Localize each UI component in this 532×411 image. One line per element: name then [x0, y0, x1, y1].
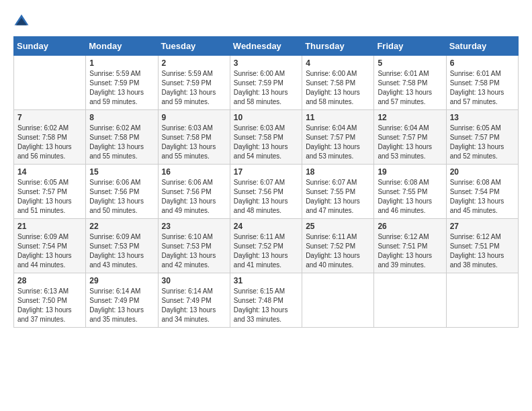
- day-number: 8: [89, 113, 154, 122]
- calendar-cell: [14, 56, 86, 110]
- day-info: Sunrise: 6:07 AMSunset: 7:56 PMDaylight:…: [234, 178, 298, 216]
- day-info: Sunrise: 6:11 AMSunset: 7:52 PMDaylight:…: [234, 232, 298, 270]
- day-number: 7: [17, 113, 82, 122]
- day-info: Sunrise: 5:59 AMSunset: 7:59 PMDaylight:…: [162, 69, 226, 107]
- day-number: 11: [306, 113, 370, 122]
- day-number: 25: [306, 222, 370, 231]
- week-row-3: 14 Sunrise: 6:05 AMSunset: 7:57 PMDaylig…: [14, 165, 519, 219]
- calendar-cell: 30 Sunrise: 6:14 AMSunset: 7:49 PMDaylig…: [158, 273, 230, 328]
- calendar-cell: 16 Sunrise: 6:06 AMSunset: 7:56 PMDaylig…: [158, 165, 230, 219]
- calendar-cell: 21 Sunrise: 6:09 AMSunset: 7:54 PMDaylig…: [14, 219, 86, 273]
- week-row-5: 28 Sunrise: 6:13 AMSunset: 7:50 PMDaylig…: [14, 273, 519, 328]
- calendar-cell: 18 Sunrise: 6:07 AMSunset: 7:55 PMDaylig…: [302, 165, 374, 219]
- day-number: 27: [450, 222, 515, 231]
- day-info: Sunrise: 6:14 AMSunset: 7:49 PMDaylight:…: [89, 287, 154, 324]
- calendar-cell: 20 Sunrise: 6:08 AMSunset: 7:54 PMDaylig…: [446, 165, 518, 219]
- calendar-cell: 8 Sunrise: 6:02 AMSunset: 7:58 PMDayligh…: [86, 110, 158, 165]
- calendar-cell: 15 Sunrise: 6:06 AMSunset: 7:56 PMDaylig…: [86, 165, 158, 219]
- day-number: 15: [89, 167, 154, 177]
- calendar-cell: [446, 273, 518, 328]
- calendar-cell: 23 Sunrise: 6:10 AMSunset: 7:53 PMDaylig…: [158, 219, 230, 273]
- weekday-header-row: SundayMondayTuesdayWednesdayThursdayFrid…: [14, 37, 519, 56]
- day-info: Sunrise: 6:12 AMSunset: 7:51 PMDaylight:…: [378, 232, 442, 270]
- day-number: 1: [89, 58, 154, 68]
- calendar-cell: 2 Sunrise: 5:59 AMSunset: 7:59 PMDayligh…: [158, 56, 230, 110]
- day-number: 22: [89, 222, 154, 231]
- day-number: 29: [89, 276, 154, 285]
- calendar-cell: 29 Sunrise: 6:14 AMSunset: 7:49 PMDaylig…: [86, 273, 158, 328]
- day-number: 17: [234, 167, 298, 177]
- calendar-cell: 11 Sunrise: 6:04 AMSunset: 7:57 PMDaylig…: [302, 110, 374, 165]
- header-sunday: Sunday: [14, 37, 86, 56]
- calendar-cell: 28 Sunrise: 6:13 AMSunset: 7:50 PMDaylig…: [14, 273, 86, 328]
- calendar-cell: 19 Sunrise: 6:08 AMSunset: 7:55 PMDaylig…: [374, 165, 446, 219]
- calendar-cell: 10 Sunrise: 6:03 AMSunset: 7:58 PMDaylig…: [230, 110, 302, 165]
- calendar-cell: 26 Sunrise: 6:12 AMSunset: 7:51 PMDaylig…: [374, 219, 446, 273]
- day-number: 19: [378, 167, 442, 177]
- calendar-cell: 24 Sunrise: 6:11 AMSunset: 7:52 PMDaylig…: [230, 219, 302, 273]
- calendar-cell: 31 Sunrise: 6:15 AMSunset: 7:48 PMDaylig…: [230, 273, 302, 328]
- day-number: 13: [450, 113, 515, 122]
- day-info: Sunrise: 6:02 AMSunset: 7:58 PMDaylight:…: [17, 124, 82, 161]
- day-info: Sunrise: 6:08 AMSunset: 7:55 PMDaylight:…: [378, 178, 442, 216]
- day-info: Sunrise: 6:15 AMSunset: 7:48 PMDaylight:…: [234, 287, 298, 324]
- calendar-cell: 9 Sunrise: 6:03 AMSunset: 7:58 PMDayligh…: [158, 110, 230, 165]
- day-info: Sunrise: 6:09 AMSunset: 7:53 PMDaylight:…: [89, 232, 154, 270]
- day-number: 2: [162, 58, 226, 68]
- calendar-table: SundayMondayTuesdayWednesdayThursdayFrid…: [13, 36, 519, 328]
- day-number: 30: [162, 276, 226, 285]
- calendar-cell: 6 Sunrise: 6:01 AMSunset: 7:58 PMDayligh…: [446, 56, 518, 110]
- header-saturday: Saturday: [446, 37, 518, 56]
- calendar-cell: 25 Sunrise: 6:11 AMSunset: 7:52 PMDaylig…: [302, 219, 374, 273]
- day-info: Sunrise: 6:07 AMSunset: 7:55 PMDaylight:…: [306, 178, 370, 216]
- day-info: Sunrise: 6:04 AMSunset: 7:57 PMDaylight:…: [306, 124, 370, 161]
- header-friday: Friday: [374, 37, 446, 56]
- day-number: 3: [234, 58, 298, 68]
- day-info: Sunrise: 6:14 AMSunset: 7:49 PMDaylight:…: [162, 287, 226, 324]
- calendar-cell: 4 Sunrise: 6:00 AMSunset: 7:58 PMDayligh…: [302, 56, 374, 110]
- calendar-cell: [302, 273, 374, 328]
- day-info: Sunrise: 6:12 AMSunset: 7:51 PMDaylight:…: [450, 232, 515, 270]
- day-info: Sunrise: 6:00 AMSunset: 7:58 PMDaylight:…: [306, 69, 370, 107]
- calendar-cell: 1 Sunrise: 5:59 AMSunset: 7:59 PMDayligh…: [86, 56, 158, 110]
- day-info: Sunrise: 6:04 AMSunset: 7:57 PMDaylight:…: [378, 124, 442, 161]
- day-info: Sunrise: 6:11 AMSunset: 7:52 PMDaylight:…: [306, 232, 370, 270]
- day-info: Sunrise: 6:03 AMSunset: 7:58 PMDaylight:…: [234, 124, 298, 161]
- calendar-cell: 14 Sunrise: 6:05 AMSunset: 7:57 PMDaylig…: [14, 165, 86, 219]
- day-number: 12: [378, 113, 442, 122]
- day-info: Sunrise: 6:10 AMSunset: 7:53 PMDaylight:…: [162, 232, 226, 270]
- calendar-cell: 3 Sunrise: 6:00 AMSunset: 7:59 PMDayligh…: [230, 56, 302, 110]
- calendar-cell: 22 Sunrise: 6:09 AMSunset: 7:53 PMDaylig…: [86, 219, 158, 273]
- page-header: [13, 13, 519, 30]
- day-number: 21: [17, 222, 82, 231]
- header-thursday: Thursday: [302, 37, 374, 56]
- calendar-cell: [374, 273, 446, 328]
- logo-icon: [13, 13, 30, 30]
- day-number: 4: [306, 58, 370, 68]
- day-number: 28: [17, 276, 82, 285]
- header-monday: Monday: [86, 37, 158, 56]
- calendar-cell: 17 Sunrise: 6:07 AMSunset: 7:56 PMDaylig…: [230, 165, 302, 219]
- day-info: Sunrise: 6:09 AMSunset: 7:54 PMDaylight:…: [17, 232, 82, 270]
- day-info: Sunrise: 5:59 AMSunset: 7:59 PMDaylight:…: [89, 69, 154, 107]
- day-number: 5: [378, 58, 442, 68]
- day-info: Sunrise: 6:02 AMSunset: 7:58 PMDaylight:…: [89, 124, 154, 161]
- day-number: 24: [234, 222, 298, 231]
- header-tuesday: Tuesday: [158, 37, 230, 56]
- day-info: Sunrise: 6:00 AMSunset: 7:59 PMDaylight:…: [234, 69, 298, 107]
- logo: [13, 13, 32, 30]
- calendar-cell: 27 Sunrise: 6:12 AMSunset: 7:51 PMDaylig…: [446, 219, 518, 273]
- day-number: 6: [450, 58, 515, 68]
- day-info: Sunrise: 6:06 AMSunset: 7:56 PMDaylight:…: [89, 178, 154, 216]
- week-row-2: 7 Sunrise: 6:02 AMSunset: 7:58 PMDayligh…: [14, 110, 519, 165]
- calendar-cell: 13 Sunrise: 6:05 AMSunset: 7:57 PMDaylig…: [446, 110, 518, 165]
- day-info: Sunrise: 6:05 AMSunset: 7:57 PMDaylight:…: [17, 178, 82, 216]
- day-info: Sunrise: 6:08 AMSunset: 7:54 PMDaylight:…: [450, 178, 515, 216]
- calendar-cell: 12 Sunrise: 6:04 AMSunset: 7:57 PMDaylig…: [374, 110, 446, 165]
- day-info: Sunrise: 6:05 AMSunset: 7:57 PMDaylight:…: [450, 124, 515, 161]
- day-number: 31: [234, 276, 298, 285]
- day-number: 14: [17, 167, 82, 177]
- week-row-1: 1 Sunrise: 5:59 AMSunset: 7:59 PMDayligh…: [14, 56, 519, 110]
- week-row-4: 21 Sunrise: 6:09 AMSunset: 7:54 PMDaylig…: [14, 219, 519, 273]
- day-info: Sunrise: 6:01 AMSunset: 7:58 PMDaylight:…: [450, 69, 515, 107]
